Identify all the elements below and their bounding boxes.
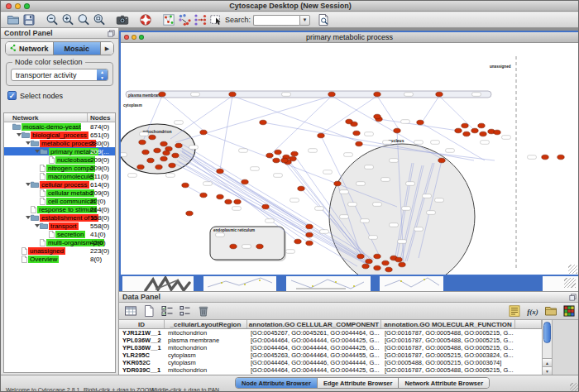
network-node[interactable] xyxy=(156,165,162,170)
network-node[interactable] xyxy=(463,131,470,136)
network-node[interactable] xyxy=(154,148,160,153)
tree-expand-icon[interactable] xyxy=(34,224,40,227)
network-node[interactable] xyxy=(147,158,154,163)
open-session-icon[interactable] xyxy=(5,12,21,27)
search-input[interactable] xyxy=(253,15,299,26)
network-node[interactable] xyxy=(160,141,167,146)
network-node[interactable] xyxy=(234,199,241,204)
list-attributes-icon[interactable] xyxy=(177,304,193,318)
tree-row[interactable]: metabolic process280(0) xyxy=(4,139,115,147)
network-overview-icon[interactable] xyxy=(160,12,176,27)
layout-spring-icon[interactable] xyxy=(176,12,192,27)
snapshot-icon[interactable] xyxy=(114,12,130,27)
network-node[interactable] xyxy=(471,128,478,133)
network-node[interactable] xyxy=(480,131,486,136)
tree-row[interactable]: transport558(0) xyxy=(4,222,115,230)
zoom-selected-icon[interactable] xyxy=(75,12,91,27)
network-node[interactable] xyxy=(242,179,248,184)
network-node[interactable] xyxy=(142,150,149,155)
network-node[interactable] xyxy=(273,158,280,163)
table-row[interactable]: YPL036W__2plasma membrane[GO:0044464, GO… xyxy=(119,337,542,344)
tab-edge-attribute-browser[interactable]: Edge Attribute Browser xyxy=(318,378,399,388)
table-row[interactable]: YKR052Ccytoplasm[GO:0044464, GO:0044446,… xyxy=(119,359,542,366)
tree-row[interactable]: cellular process614(0) xyxy=(4,180,115,189)
tree-row[interactable]: response to stimulu264(0) xyxy=(4,205,115,213)
create-attribute-icon[interactable] xyxy=(141,304,156,318)
network-node[interactable] xyxy=(256,244,263,249)
zoom-in-icon[interactable] xyxy=(60,12,75,27)
tab-node-attribute-browser[interactable]: Node Attribute Browser xyxy=(236,378,318,388)
network-node[interactable] xyxy=(494,130,500,135)
network-node[interactable] xyxy=(557,155,564,160)
network-node[interactable] xyxy=(266,153,273,158)
attribute-table-icon[interactable] xyxy=(122,304,138,318)
tab-network[interactable]: Network xyxy=(6,42,54,55)
network-node[interactable] xyxy=(382,261,389,265)
delete-attribute-icon[interactable] xyxy=(195,304,211,318)
network-node[interactable] xyxy=(385,267,392,272)
tree-expand-icon[interactable] xyxy=(25,183,31,186)
network-node[interactable] xyxy=(217,194,223,199)
network-node[interactable] xyxy=(262,204,269,209)
network-node[interactable] xyxy=(291,151,298,156)
scroll-down-icon[interactable]: ▼ xyxy=(543,366,552,375)
tree-row[interactable]: nitrogen compo209(0) xyxy=(4,164,115,172)
window-resize-grip[interactable] xyxy=(570,383,578,391)
table-column-header[interactable]: _cellularLayoutRegion xyxy=(165,320,247,328)
network-node[interactable] xyxy=(149,135,156,140)
attribute-function-icon[interactable]: f(x) xyxy=(524,304,540,318)
select-attributes-icon[interactable] xyxy=(159,304,175,318)
network-node[interactable] xyxy=(353,131,360,136)
help-icon[interactable] xyxy=(137,12,153,27)
select-mode-icon[interactable] xyxy=(208,12,223,27)
table-row[interactable]: YLR295Ccytoplasm[GO:0045263, GO:0044464,… xyxy=(119,351,542,359)
network-node[interactable] xyxy=(357,254,364,259)
tree-expand-icon[interactable] xyxy=(34,150,40,153)
network-node[interactable] xyxy=(172,153,179,158)
network-node[interactable] xyxy=(229,92,236,97)
network-node[interactable] xyxy=(417,120,423,125)
network-node[interactable] xyxy=(374,265,380,270)
table-row[interactable]: YPL036W__1mitochondrion[GO:0044464, GO:0… xyxy=(119,344,542,351)
tree-expand-icon[interactable] xyxy=(25,141,31,145)
network-node[interactable] xyxy=(230,244,237,249)
tree-row[interactable]: establishment of lo558(0) xyxy=(4,213,115,222)
search-options-icon[interactable] xyxy=(315,12,331,27)
network-node[interactable] xyxy=(200,193,207,198)
tree-row[interactable]: nucleobase-209(0) xyxy=(4,155,115,164)
frame-resize-grip[interactable] xyxy=(568,265,577,274)
table-column-header[interactable] xyxy=(515,320,542,328)
network-node[interactable] xyxy=(436,92,443,97)
network-node[interactable] xyxy=(306,224,313,229)
network-node[interactable] xyxy=(462,123,468,128)
tree-row[interactable]: secretion41(0) xyxy=(4,230,115,238)
scroll-up-icon[interactable]: ▲ xyxy=(543,358,552,366)
tree-row[interactable]: biological_process651(0) xyxy=(4,131,115,139)
network-node[interactable] xyxy=(169,163,175,168)
tab-mosaic[interactable]: Mosaic xyxy=(54,42,102,55)
network-canvas[interactable]: plasma membranecytoplasmmitochondrionnuc… xyxy=(121,43,578,275)
network-node[interactable] xyxy=(137,165,144,170)
attribute-matrix-icon[interactable] xyxy=(561,304,577,318)
zoom-out-icon[interactable] xyxy=(44,12,60,27)
network-node[interactable] xyxy=(281,158,288,163)
network-node[interactable] xyxy=(182,183,189,188)
network-node[interactable] xyxy=(294,239,301,244)
table-column-header[interactable]: annotation.GO CELLULAR_COMPONENT xyxy=(247,320,381,328)
tab-network-attribute-browser[interactable]: Network Attribute Browser xyxy=(399,378,489,388)
network-node[interactable] xyxy=(374,254,380,259)
network-node[interactable] xyxy=(159,92,165,97)
search-dropdown-icon[interactable]: ▼ xyxy=(299,15,310,26)
save-session-icon[interactable] xyxy=(21,12,36,27)
node-color-dropdown[interactable]: transporter activity ▲▼ xyxy=(11,69,108,81)
float-panel-icon[interactable] xyxy=(108,26,115,41)
network-node[interactable] xyxy=(306,232,313,237)
tree-row[interactable]: cell communicat22(0) xyxy=(4,197,115,205)
tree-expand-icon[interactable] xyxy=(16,133,22,136)
network-node[interactable] xyxy=(225,199,232,204)
import-attributes-icon[interactable] xyxy=(543,304,558,318)
network-node[interactable] xyxy=(328,92,335,97)
table-row[interactable]: YJR121W__1mitochondrion[GO:0045267, GO:0… xyxy=(119,329,542,337)
network-node[interactable] xyxy=(455,128,462,133)
tree-row[interactable]: Overview8(0) xyxy=(4,255,115,263)
